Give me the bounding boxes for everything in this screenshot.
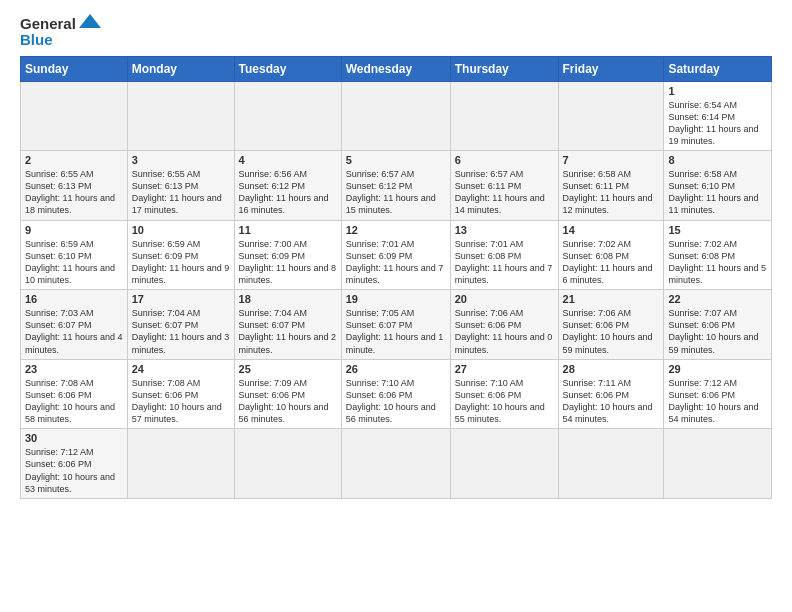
calendar-week-3: 9Sunrise: 6:59 AM Sunset: 6:10 PM Daylig… xyxy=(21,220,772,290)
day-number: 29 xyxy=(668,363,767,375)
day-info: Sunrise: 7:07 AM Sunset: 6:06 PM Dayligh… xyxy=(668,307,767,356)
day-info: Sunrise: 7:01 AM Sunset: 6:09 PM Dayligh… xyxy=(346,238,446,287)
day-info: Sunrise: 7:06 AM Sunset: 6:06 PM Dayligh… xyxy=(455,307,554,356)
page: General Blue SundayMondayTuesdayWednesda… xyxy=(0,0,792,612)
day-info: Sunrise: 7:03 AM Sunset: 6:07 PM Dayligh… xyxy=(25,307,123,356)
calendar-table: SundayMondayTuesdayWednesdayThursdayFrid… xyxy=(20,56,772,499)
calendar-day: 13Sunrise: 7:01 AM Sunset: 6:08 PM Dayli… xyxy=(450,220,558,290)
calendar-day: 26Sunrise: 7:10 AM Sunset: 6:06 PM Dayli… xyxy=(341,359,450,429)
day-number: 9 xyxy=(25,224,123,236)
calendar-day: 29Sunrise: 7:12 AM Sunset: 6:06 PM Dayli… xyxy=(664,359,772,429)
header: General Blue xyxy=(20,16,772,48)
day-info: Sunrise: 7:12 AM Sunset: 6:06 PM Dayligh… xyxy=(25,446,123,495)
calendar-week-4: 16Sunrise: 7:03 AM Sunset: 6:07 PM Dayli… xyxy=(21,290,772,360)
day-number: 8 xyxy=(668,154,767,166)
calendar-day: 8Sunrise: 6:58 AM Sunset: 6:10 PM Daylig… xyxy=(664,151,772,221)
calendar-day: 30Sunrise: 7:12 AM Sunset: 6:06 PM Dayli… xyxy=(21,429,128,499)
weekday-header-monday: Monday xyxy=(127,56,234,81)
calendar-day: 1Sunrise: 6:54 AM Sunset: 6:14 PM Daylig… xyxy=(664,81,772,151)
weekday-header-wednesday: Wednesday xyxy=(341,56,450,81)
calendar-day: 25Sunrise: 7:09 AM Sunset: 6:06 PM Dayli… xyxy=(234,359,341,429)
day-number: 18 xyxy=(239,293,337,305)
calendar-day xyxy=(127,81,234,151)
logo-text-block: General Blue xyxy=(20,16,76,48)
day-number: 20 xyxy=(455,293,554,305)
calendar-day xyxy=(127,429,234,499)
day-info: Sunrise: 7:08 AM Sunset: 6:06 PM Dayligh… xyxy=(132,377,230,426)
day-number: 19 xyxy=(346,293,446,305)
calendar-day: 7Sunrise: 6:58 AM Sunset: 6:11 PM Daylig… xyxy=(558,151,664,221)
day-info: Sunrise: 6:55 AM Sunset: 6:13 PM Dayligh… xyxy=(25,168,123,217)
day-number: 17 xyxy=(132,293,230,305)
calendar-day: 28Sunrise: 7:11 AM Sunset: 6:06 PM Dayli… xyxy=(558,359,664,429)
day-number: 22 xyxy=(668,293,767,305)
calendar-day: 4Sunrise: 6:56 AM Sunset: 6:12 PM Daylig… xyxy=(234,151,341,221)
weekday-header-sunday: Sunday xyxy=(21,56,128,81)
day-info: Sunrise: 7:01 AM Sunset: 6:08 PM Dayligh… xyxy=(455,238,554,287)
day-number: 14 xyxy=(563,224,660,236)
day-number: 5 xyxy=(346,154,446,166)
calendar-day: 2Sunrise: 6:55 AM Sunset: 6:13 PM Daylig… xyxy=(21,151,128,221)
calendar-day: 6Sunrise: 6:57 AM Sunset: 6:11 PM Daylig… xyxy=(450,151,558,221)
calendar-day xyxy=(234,429,341,499)
day-info: Sunrise: 6:57 AM Sunset: 6:11 PM Dayligh… xyxy=(455,168,554,217)
weekday-header-tuesday: Tuesday xyxy=(234,56,341,81)
day-info: Sunrise: 7:05 AM Sunset: 6:07 PM Dayligh… xyxy=(346,307,446,356)
day-number: 24 xyxy=(132,363,230,375)
calendar-day xyxy=(450,81,558,151)
calendar-day: 22Sunrise: 7:07 AM Sunset: 6:06 PM Dayli… xyxy=(664,290,772,360)
day-info: Sunrise: 6:59 AM Sunset: 6:09 PM Dayligh… xyxy=(132,238,230,287)
calendar-week-2: 2Sunrise: 6:55 AM Sunset: 6:13 PM Daylig… xyxy=(21,151,772,221)
logo-blue: Blue xyxy=(20,32,76,48)
calendar-day xyxy=(21,81,128,151)
day-info: Sunrise: 7:08 AM Sunset: 6:06 PM Dayligh… xyxy=(25,377,123,426)
calendar-body: 1Sunrise: 6:54 AM Sunset: 6:14 PM Daylig… xyxy=(21,81,772,498)
calendar-day: 3Sunrise: 6:55 AM Sunset: 6:13 PM Daylig… xyxy=(127,151,234,221)
calendar-day xyxy=(341,429,450,499)
day-number: 26 xyxy=(346,363,446,375)
day-info: Sunrise: 6:56 AM Sunset: 6:12 PM Dayligh… xyxy=(239,168,337,217)
svg-marker-0 xyxy=(79,14,101,28)
day-number: 15 xyxy=(668,224,767,236)
calendar-day: 23Sunrise: 7:08 AM Sunset: 6:06 PM Dayli… xyxy=(21,359,128,429)
day-number: 23 xyxy=(25,363,123,375)
day-info: Sunrise: 7:10 AM Sunset: 6:06 PM Dayligh… xyxy=(346,377,446,426)
day-info: Sunrise: 7:02 AM Sunset: 6:08 PM Dayligh… xyxy=(668,238,767,287)
calendar-day: 5Sunrise: 6:57 AM Sunset: 6:12 PM Daylig… xyxy=(341,151,450,221)
weekday-header-saturday: Saturday xyxy=(664,56,772,81)
day-info: Sunrise: 6:58 AM Sunset: 6:10 PM Dayligh… xyxy=(668,168,767,217)
logo-container: General Blue xyxy=(20,16,101,48)
day-info: Sunrise: 6:54 AM Sunset: 6:14 PM Dayligh… xyxy=(668,99,767,148)
calendar-week-5: 23Sunrise: 7:08 AM Sunset: 6:06 PM Dayli… xyxy=(21,359,772,429)
calendar-day xyxy=(450,429,558,499)
calendar-day: 20Sunrise: 7:06 AM Sunset: 6:06 PM Dayli… xyxy=(450,290,558,360)
calendar-day xyxy=(558,81,664,151)
day-info: Sunrise: 7:00 AM Sunset: 6:09 PM Dayligh… xyxy=(239,238,337,287)
calendar-day: 10Sunrise: 6:59 AM Sunset: 6:09 PM Dayli… xyxy=(127,220,234,290)
day-number: 4 xyxy=(239,154,337,166)
calendar-day: 21Sunrise: 7:06 AM Sunset: 6:06 PM Dayli… xyxy=(558,290,664,360)
calendar-day: 14Sunrise: 7:02 AM Sunset: 6:08 PM Dayli… xyxy=(558,220,664,290)
logo-general: General xyxy=(20,16,76,32)
day-number: 28 xyxy=(563,363,660,375)
day-info: Sunrise: 6:55 AM Sunset: 6:13 PM Dayligh… xyxy=(132,168,230,217)
calendar-day: 18Sunrise: 7:04 AM Sunset: 6:07 PM Dayli… xyxy=(234,290,341,360)
day-info: Sunrise: 7:12 AM Sunset: 6:06 PM Dayligh… xyxy=(668,377,767,426)
calendar-day xyxy=(664,429,772,499)
calendar-day: 16Sunrise: 7:03 AM Sunset: 6:07 PM Dayli… xyxy=(21,290,128,360)
day-info: Sunrise: 7:11 AM Sunset: 6:06 PM Dayligh… xyxy=(563,377,660,426)
day-number: 21 xyxy=(563,293,660,305)
day-info: Sunrise: 6:57 AM Sunset: 6:12 PM Dayligh… xyxy=(346,168,446,217)
calendar-header-row: SundayMondayTuesdayWednesdayThursdayFrid… xyxy=(21,56,772,81)
calendar-day: 9Sunrise: 6:59 AM Sunset: 6:10 PM Daylig… xyxy=(21,220,128,290)
day-number: 1 xyxy=(668,85,767,97)
calendar-day: 27Sunrise: 7:10 AM Sunset: 6:06 PM Dayli… xyxy=(450,359,558,429)
day-info: Sunrise: 7:04 AM Sunset: 6:07 PM Dayligh… xyxy=(239,307,337,356)
calendar-day: 12Sunrise: 7:01 AM Sunset: 6:09 PM Dayli… xyxy=(341,220,450,290)
calendar-day: 24Sunrise: 7:08 AM Sunset: 6:06 PM Dayli… xyxy=(127,359,234,429)
day-number: 13 xyxy=(455,224,554,236)
day-info: Sunrise: 6:58 AM Sunset: 6:11 PM Dayligh… xyxy=(563,168,660,217)
day-number: 30 xyxy=(25,432,123,444)
day-number: 6 xyxy=(455,154,554,166)
calendar-week-6: 30Sunrise: 7:12 AM Sunset: 6:06 PM Dayli… xyxy=(21,429,772,499)
